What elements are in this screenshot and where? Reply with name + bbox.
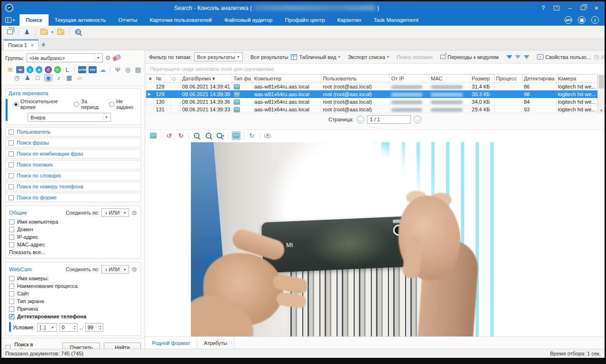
webcam-checkbox[interactable]: [9, 314, 14, 319]
menu-tab-профайл-центр[interactable]: Профайл центр: [278, 14, 331, 26]
column-header-4[interactable]: Тип фа: [232, 75, 253, 83]
column-header-10[interactable]: Процесс: [494, 75, 522, 83]
clear-button[interactable]: Очистить: [62, 343, 99, 349]
menu-tab-task-management[interactable]: Task Management: [368, 14, 425, 26]
fit-to-window-icon[interactable]: [232, 131, 240, 140]
export-list-button[interactable]: Экспорт списка▾: [348, 54, 389, 60]
user-properties-button[interactable]: ≡Свойства пользо...: [537, 54, 591, 60]
webcam-item-5[interactable]: Детектирование телефона: [9, 314, 137, 319]
help-button[interactable]: ?: [540, 5, 546, 11]
column-header-5[interactable]: Компьютер: [253, 75, 321, 83]
find-button[interactable]: Найти: [104, 343, 141, 349]
column-header-6[interactable]: Пользователь: [321, 75, 390, 83]
api-icon[interactable]: API: [565, 16, 572, 24]
im-icon[interactable]: IM: [16, 66, 24, 73]
filter-row-3[interactable]: Поиск похожих: [5, 160, 141, 169]
export-folder-caret-icon[interactable]: ▾: [51, 30, 53, 34]
skype-icon[interactable]: S: [27, 66, 33, 73]
condition-from-stepper[interactable]: 0 ▲▼: [60, 323, 78, 332]
table-row-129[interactable]: ▸12908.06.2021 14:39:38aas-w81x64ru.aas.…: [147, 90, 597, 98]
column-header-1[interactable]: №: [154, 75, 170, 83]
common-checkbox[interactable]: [9, 219, 14, 225]
common-item-0[interactable]: Имя компьютера: [9, 219, 137, 225]
viewer-tab-attributes[interactable]: Атрибуты: [197, 337, 234, 349]
table-row-131[interactable]: 13108.06.2021 14:39:33aas-w81x64ru.aas.l…: [147, 106, 597, 113]
radio-button-icon[interactable]: [74, 102, 79, 107]
condition-to-stepper[interactable]: 99 ▲▼: [85, 323, 103, 332]
eye-icon[interactable]: [263, 131, 272, 140]
goto-modules-button[interactable]: Переходы к модулям: [440, 54, 499, 60]
filter-checkbox[interactable]: [9, 184, 14, 189]
zoom-in-icon[interactable]: +: [192, 131, 201, 140]
next-page-button[interactable]: →: [414, 116, 421, 123]
groups-settings-gear-icon[interactable]: ⚙: [105, 54, 111, 61]
filter-checkbox[interactable]: [9, 151, 14, 157]
column-header-9[interactable]: Размер: [470, 75, 495, 83]
filter-checkbox[interactable]: [9, 140, 14, 146]
filter-row-5[interactable]: Поиск по номеру телефона: [5, 182, 141, 191]
telegram-icon[interactable]: ➤: [36, 66, 42, 73]
webcam-checkbox[interactable]: [9, 276, 14, 281]
stepper-arrows-icon[interactable]: ▲▼: [98, 325, 103, 330]
column-header-3[interactable]: Дата\Время ▾: [180, 75, 232, 83]
filter-row-0[interactable]: Пользователь: [5, 127, 141, 137]
all-results-button[interactable]: Все результаты: [250, 54, 288, 60]
radio-button-icon[interactable]: [13, 102, 19, 107]
common-item-2[interactable]: IP-адрес: [9, 234, 137, 240]
rotate-right-icon[interactable]: ↻: [177, 131, 185, 140]
table-row-130[interactable]: 13008.06.2021 14:39:36aas-w81x64ru.aas.l…: [147, 98, 597, 106]
webcam-settings-gear-icon[interactable]: ⚙: [131, 266, 137, 273]
microphone-icon[interactable]: ♪: [55, 74, 63, 81]
column-header-11[interactable]: Детектирова: [522, 75, 556, 83]
viber-icon[interactable]: ✆: [45, 66, 51, 73]
join-operator-dropdown[interactable]: ◑ ИЛИ ▼: [101, 265, 129, 274]
common-checkbox[interactable]: [9, 242, 14, 247]
webcam-checkbox[interactable]: [9, 291, 14, 296]
message-history-button[interactable]: ◷История переписки: [594, 53, 605, 60]
filter-row-6[interactable]: Поиск по форме: [5, 193, 141, 202]
scrollbar-down-arrow-icon[interactable]: ▼: [599, 108, 603, 113]
column-header-7[interactable]: От IP: [389, 75, 429, 83]
column-header-0[interactable]: ∗: [147, 75, 154, 83]
info-icon[interactable]: i: [591, 16, 599, 24]
condition-operator-dropdown[interactable]: [..] ▼: [37, 323, 57, 332]
pin-window-button[interactable]: ↑: [553, 5, 560, 11]
modules-cube-icon[interactable]: ▣: [578, 16, 586, 24]
webcam-item-2[interactable]: Сайт: [9, 291, 137, 296]
close-button[interactable]: ×: [593, 5, 600, 11]
webcam-item-4[interactable]: Причина: [9, 306, 137, 312]
column-header-8[interactable]: MAC: [429, 75, 470, 83]
date-radio-0[interactable]: Относительное время: [13, 98, 67, 110]
minimize-button[interactable]: –: [566, 5, 573, 11]
filter-funnel-clear-icon[interactable]: [515, 55, 521, 59]
save-image-icon[interactable]: [149, 131, 158, 140]
common-checkbox[interactable]: [9, 235, 14, 240]
keylogger-icon[interactable]: ▦: [65, 74, 73, 81]
table-view-button[interactable]: Табличный вид▾: [291, 54, 340, 60]
usb-icon[interactable]: Ψ: [114, 66, 121, 73]
image-viewer[interactable]: MI: [145, 141, 605, 336]
add-tab-button[interactable]: +: [41, 40, 46, 50]
filter-row-4[interactable]: Поиск по словарю: [5, 171, 141, 180]
filter-row-1[interactable]: Поиск фразы: [5, 138, 141, 148]
common-item-3[interactable]: MAC-адрес: [9, 242, 137, 247]
id-search-icon[interactable]: ID: [73, 28, 82, 37]
import-folder-icon[interactable]: ←: [56, 28, 65, 37]
filter-funnel-icon[interactable]: [507, 55, 512, 59]
common-checkbox[interactable]: [9, 227, 14, 232]
filter-checkbox[interactable]: [9, 162, 14, 167]
search-similar-button[interactable]: Поиск похожих: [397, 54, 433, 60]
common-item-1[interactable]: Домен: [9, 226, 137, 232]
refresh-icon[interactable]: ↻: [248, 131, 256, 140]
menu-tab-текущая-активность[interactable]: Текущая активность: [49, 14, 112, 26]
email-icon[interactable]: ✉: [6, 66, 14, 73]
filter-funnel-edit-icon[interactable]: [524, 55, 529, 59]
clear-groups-eraser-icon[interactable]: [112, 54, 121, 61]
time-activity-icon[interactable]: ◷: [13, 74, 21, 81]
webcam-checkbox[interactable]: [9, 284, 14, 289]
viewer-tab-native-format[interactable]: Родной формат: [145, 337, 197, 349]
tab-close-icon[interactable]: ×: [31, 43, 34, 48]
whatsapp-icon[interactable]: ✆: [54, 66, 61, 73]
filter-checkbox[interactable]: [9, 129, 14, 135]
page-number-input[interactable]: 1 / 1: [367, 115, 411, 124]
